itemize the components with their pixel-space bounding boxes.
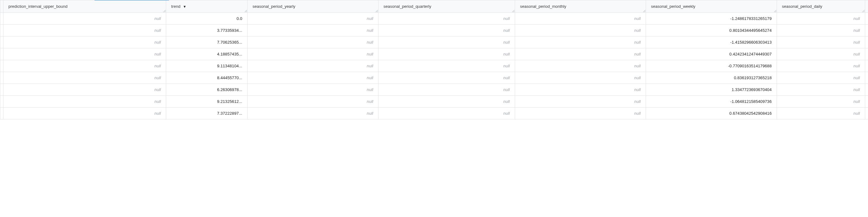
null-value: null	[515, 16, 646, 21]
cell-seasonal_period_daily[interactable]: null	[777, 36, 865, 48]
cell-seasonal_period_weekly[interactable]: 0.67438042542908416	[646, 107, 777, 119]
cell-seasonal_period_weekly[interactable]: 1.3347723693670404	[646, 84, 777, 96]
cell-trend[interactable]: 6.26306978...	[166, 84, 248, 96]
cell-seasonal_period_daily[interactable]: null	[777, 60, 865, 72]
cell-seasonal_period_yearly[interactable]: null	[248, 13, 378, 25]
column-resize-handle[interactable]	[643, 9, 646, 12]
cell-seasonal_period_quarterly[interactable]: null	[378, 96, 515, 107]
column-resize-handle[interactable]	[244, 9, 247, 12]
cell-seasonal_period_yearly[interactable]: null	[248, 36, 378, 48]
svg-line-11	[775, 11, 776, 12]
cell-seasonal_period_quarterly[interactable]: null	[378, 36, 515, 48]
cell-seasonal_period_yearly[interactable]: null	[248, 107, 378, 119]
table-row[interactable]: null0.0nullnullnull-1.2486178331265179nu…	[0, 13, 868, 25]
cell-seasonal_period_quarterly[interactable]: null	[378, 107, 515, 119]
cell-seasonal_period_weekly[interactable]: -1.2486178331265179	[646, 13, 777, 25]
table-row[interactable]: null9.21325612...nullnullnull-1.06481215…	[0, 96, 868, 107]
cell-value: 0.67438042542908416	[646, 111, 777, 116]
cell-seasonal_period_quarterly[interactable]: null	[378, 13, 515, 25]
cell-value: 3.77335934...	[166, 28, 247, 33]
column-header-seasonal_period_daily[interactable]: seasonal_period_daily	[777, 0, 865, 13]
cell-prediction_interval_upper_bound[interactable]: null	[3, 36, 166, 48]
null-value: null	[3, 75, 166, 80]
table-row[interactable]: null6.26306978...nullnullnull1.334772369…	[0, 84, 868, 96]
cell-trend[interactable]: 7.70625365...	[166, 36, 248, 48]
null-value: null	[248, 64, 378, 68]
cell-seasonal_period_yearly[interactable]: null	[248, 96, 378, 107]
cell-prediction_interval_upper_bound[interactable]: null	[3, 84, 166, 96]
cell-trend[interactable]: 7.37222897...	[166, 107, 248, 119]
cell-seasonal_period_daily[interactable]: null	[777, 13, 865, 25]
cell-seasonal_period_yearly[interactable]: null	[248, 25, 378, 36]
cell-trend[interactable]: 8.44455770...	[166, 72, 248, 84]
column-resize-handle[interactable]	[862, 9, 865, 12]
table-row[interactable]: null7.70625365...nullnullnull-1.41582966…	[0, 36, 868, 48]
cell-seasonal_period_daily[interactable]: null	[777, 72, 865, 84]
cell-seasonal_period_monthly[interactable]: null	[515, 107, 646, 119]
column-header-prediction_interval_upper_bound[interactable]: prediction_interval_upper_bound	[3, 0, 166, 13]
edge-gutter-left	[0, 0, 3, 13]
cell-seasonal_period_quarterly[interactable]: null	[378, 60, 515, 72]
cell-seasonal_period_daily[interactable]: null	[777, 107, 865, 119]
cell-seasonal_period_yearly[interactable]: null	[248, 60, 378, 72]
cell-seasonal_period_daily[interactable]: null	[777, 96, 865, 107]
cell-seasonal_period_quarterly[interactable]: null	[378, 84, 515, 96]
column-resize-handle[interactable]	[512, 9, 515, 12]
null-value: null	[378, 111, 515, 116]
cell-seasonal_period_yearly[interactable]: null	[248, 72, 378, 84]
column-resize-handle[interactable]	[774, 9, 777, 12]
cell-seasonal_period_daily[interactable]: null	[777, 48, 865, 60]
cell-trend[interactable]: 3.77335934...	[166, 25, 248, 36]
cell-trend[interactable]: 0.0	[166, 13, 248, 25]
cell-seasonal_period_weekly[interactable]: 0.80104344495645274	[646, 25, 777, 36]
cell-seasonal_period_quarterly[interactable]: null	[378, 48, 515, 60]
cell-seasonal_period_quarterly[interactable]: null	[378, 25, 515, 36]
column-header-trend[interactable]: trend▼	[166, 0, 248, 13]
cell-seasonal_period_monthly[interactable]: null	[515, 48, 646, 60]
column-header-seasonal_period_quarterly[interactable]: seasonal_period_quarterly	[378, 0, 515, 13]
column-header-inner: prediction_interval_upper_bound	[3, 0, 166, 12]
cell-seasonal_period_monthly[interactable]: null	[515, 84, 646, 96]
cell-prediction_interval_upper_bound[interactable]: null	[3, 107, 166, 119]
cell-seasonal_period_monthly[interactable]: null	[515, 36, 646, 48]
cell-seasonal_period_weekly[interactable]: -0.77090163514179688	[646, 60, 777, 72]
cell-value: 9.11348104...	[166, 64, 247, 68]
cell-prediction_interval_upper_bound[interactable]: null	[3, 72, 166, 84]
cell-seasonal_period_daily[interactable]: null	[777, 84, 865, 96]
column-header-seasonal_period_weekly[interactable]: seasonal_period_weekly	[646, 0, 777, 13]
cell-prediction_interval_upper_bound[interactable]: null	[3, 96, 166, 107]
table-row[interactable]: null3.77335934...nullnullnull0.801043444…	[0, 25, 868, 36]
null-value: null	[378, 64, 515, 68]
column-resize-handle[interactable]	[163, 9, 166, 12]
cell-prediction_interval_upper_bound[interactable]: null	[3, 25, 166, 36]
null-value: null	[248, 16, 378, 21]
table-row[interactable]: null4.18857435...nullnullnull0.424234124…	[0, 48, 868, 60]
cell-seasonal_period_yearly[interactable]: null	[248, 48, 378, 60]
column-resize-handle[interactable]	[375, 9, 378, 12]
cell-prediction_interval_upper_bound[interactable]: null	[3, 13, 166, 25]
cell-seasonal_period_weekly[interactable]: -1.0648121585409736	[646, 96, 777, 107]
column-header-seasonal_period_monthly[interactable]: seasonal_period_monthly	[515, 0, 646, 13]
cell-seasonal_period_monthly[interactable]: null	[515, 13, 646, 25]
null-value: null	[378, 75, 515, 80]
cell-seasonal_period_weekly[interactable]: 0.42423412474449307	[646, 48, 777, 60]
table-row[interactable]: null7.37222897...nullnullnull0.674380425…	[0, 107, 868, 119]
cell-trend[interactable]: 9.21325612...	[166, 96, 248, 107]
cell-seasonal_period_weekly[interactable]: -1.4158296606303413	[646, 36, 777, 48]
cell-seasonal_period_weekly[interactable]: 0.836193127365218	[646, 72, 777, 84]
cell-seasonal_period_daily[interactable]: null	[777, 25, 865, 36]
cell-seasonal_period_monthly[interactable]: null	[515, 72, 646, 84]
table-row[interactable]: null8.44455770...nullnullnull0.836193127…	[0, 72, 868, 84]
cell-seasonal_period_yearly[interactable]: null	[248, 84, 378, 96]
column-header-seasonal_period_yearly[interactable]: seasonal_period_yearly	[248, 0, 378, 13]
cell-seasonal_period_monthly[interactable]: null	[515, 25, 646, 36]
table-row[interactable]: null9.11348104...nullnullnull-0.77090163…	[0, 60, 868, 72]
cell-seasonal_period_monthly[interactable]: null	[515, 96, 646, 107]
cell-seasonal_period_monthly[interactable]: null	[515, 60, 646, 72]
cell-prediction_interval_upper_bound[interactable]: null	[3, 48, 166, 60]
cell-trend[interactable]: 4.18857435...	[166, 48, 248, 60]
cell-seasonal_period_quarterly[interactable]: null	[378, 72, 515, 84]
sort-desc-icon[interactable]: ▼	[183, 5, 186, 8]
cell-prediction_interval_upper_bound[interactable]: null	[3, 60, 166, 72]
cell-trend[interactable]: 9.11348104...	[166, 60, 248, 72]
